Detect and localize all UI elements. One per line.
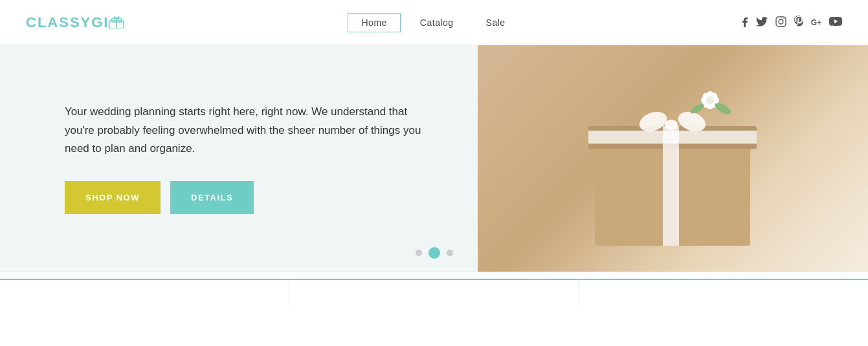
bottom-section (0, 272, 868, 343)
svg-point-17 (706, 96, 714, 104)
header: CLASSYGI Home Catalog Sale G+ (0, 0, 868, 45)
svg-point-4 (779, 19, 783, 24)
youtube-icon[interactable] (829, 17, 842, 28)
bottom-col-2 (289, 279, 579, 306)
carousel-dot-1[interactable] (416, 250, 422, 256)
svg-rect-3 (776, 17, 786, 27)
svg-rect-9 (588, 131, 757, 144)
instagram-icon[interactable] (775, 16, 786, 29)
hero-image (478, 45, 868, 272)
hero-image-bg (478, 45, 868, 272)
social-links: G+ (742, 16, 842, 29)
hero-buttons: SHOP NOW DETAILS (65, 181, 439, 214)
nav-sale[interactable]: Sale (473, 14, 518, 32)
svg-rect-8 (663, 126, 679, 246)
carousel-dot-3[interactable] (447, 250, 453, 256)
logo-text: CLASSYGI (26, 14, 109, 30)
carousel-dots (416, 247, 453, 259)
nav-catalog[interactable]: Catalog (407, 14, 467, 32)
facebook-icon[interactable] (742, 16, 748, 29)
twitter-icon[interactable] (756, 17, 768, 28)
bottom-columns (0, 279, 868, 306)
svg-point-5 (783, 18, 785, 19)
details-button[interactable]: DETAILS (170, 181, 254, 214)
gift-box-icon (109, 16, 124, 32)
bottom-col-3 (579, 279, 868, 306)
logo[interactable]: CLASSYGI (26, 14, 124, 31)
hero-description: Your wedding planning starts right here,… (65, 103, 439, 159)
googleplus-icon[interactable]: G+ (811, 18, 821, 27)
hero-section: Your wedding planning starts right here,… (0, 45, 868, 272)
hero-content: Your wedding planning starts right here,… (0, 45, 478, 272)
shop-now-button[interactable]: SHOP NOW (65, 181, 161, 214)
carousel-dot-2[interactable] (428, 247, 440, 259)
nav-home[interactable]: Home (348, 13, 400, 32)
main-nav: Home Catalog Sale (348, 13, 518, 32)
svg-point-12 (665, 120, 678, 130)
pinterest-icon[interactable] (794, 16, 803, 29)
bottom-col-1 (0, 279, 289, 306)
gift-illustration (550, 65, 796, 252)
